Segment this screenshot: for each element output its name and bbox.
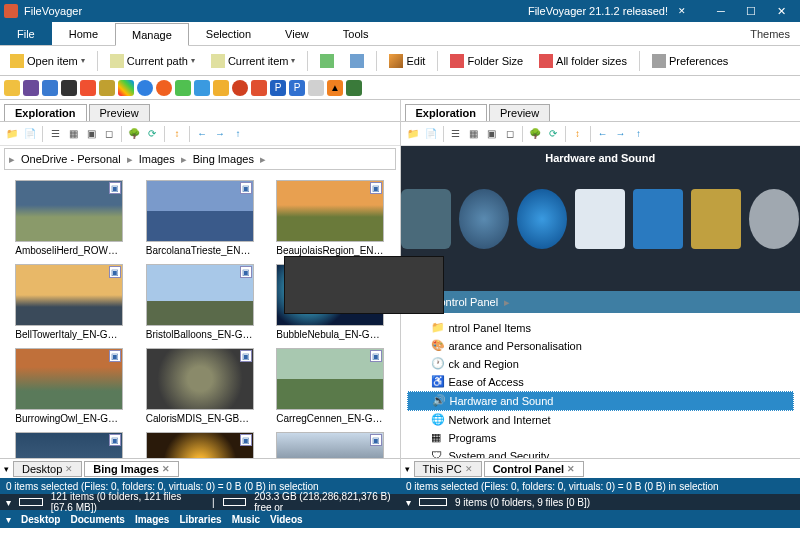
- close-icon[interactable]: ✕: [65, 464, 73, 474]
- menu-file[interactable]: File: [0, 22, 52, 45]
- bc-images[interactable]: Images: [137, 153, 177, 165]
- bc-onedrive[interactable]: OneDrive - Personal: [19, 153, 123, 165]
- edit-button[interactable]: Edit: [383, 51, 431, 71]
- pt-tree-icon[interactable]: 🌳: [126, 126, 142, 142]
- tree-item[interactable]: ♿Ease of Access: [407, 373, 795, 391]
- tree-item[interactable]: 🕐ck and Region: [407, 355, 795, 373]
- pt-thumbs-icon[interactable]: ▣: [83, 126, 99, 142]
- thumbnail-item[interactable]: ▣BellTowerItaly_EN-GB73…: [8, 264, 131, 340]
- left-btab-bing[interactable]: Bing Images✕: [84, 461, 178, 477]
- pt-back-icon[interactable]: ←: [595, 126, 611, 142]
- ql-chrome-icon[interactable]: [118, 80, 134, 96]
- pt-sort-icon[interactable]: ↕: [169, 126, 185, 142]
- ql-app4-icon[interactable]: [99, 80, 115, 96]
- qn-music[interactable]: Music: [232, 514, 260, 525]
- pt-details-icon[interactable]: ▦: [65, 126, 81, 142]
- ql-app7-icon[interactable]: [213, 80, 229, 96]
- close-icon[interactable]: ✕: [465, 464, 473, 474]
- pt-list-icon[interactable]: ☰: [448, 126, 464, 142]
- pt-newfolder-icon[interactable]: 📁: [405, 126, 421, 142]
- tree-item[interactable]: 📁ntrol Panel Items: [407, 319, 795, 337]
- pt-refresh-icon[interactable]: ⟳: [545, 126, 561, 142]
- tab-expand-icon[interactable]: ▾: [405, 464, 410, 474]
- tree-item[interactable]: 🎨arance and Personalisation: [407, 337, 795, 355]
- expand-icon[interactable]: ▾: [6, 497, 11, 508]
- ql-app11-icon[interactable]: [346, 80, 362, 96]
- current-item-button[interactable]: Current item ▾: [205, 51, 302, 71]
- pt-list-icon[interactable]: ☰: [47, 126, 63, 142]
- left-tab-exploration[interactable]: Exploration: [4, 104, 87, 121]
- thumbnail-item[interactable]: ▣: [8, 432, 131, 458]
- pt-thumbs-icon[interactable]: ▣: [484, 126, 500, 142]
- close-banner-icon[interactable]: ✕: [678, 6, 686, 16]
- pt-tree-icon[interactable]: 🌳: [527, 126, 543, 142]
- pt-newfile-icon[interactable]: 📄: [423, 126, 439, 142]
- ql-opera-icon[interactable]: [232, 80, 248, 96]
- tree-item[interactable]: 🔊Hardware and Sound: [407, 391, 795, 411]
- qn-images[interactable]: Images: [135, 514, 169, 525]
- pt-details-icon[interactable]: ▦: [466, 126, 482, 142]
- expand-icon[interactable]: ▾: [406, 497, 411, 508]
- menu-themes[interactable]: Themes: [740, 22, 800, 45]
- maximize-button[interactable]: ☐: [736, 0, 766, 22]
- ql-firefox-icon[interactable]: [156, 80, 172, 96]
- pt-fwd-icon[interactable]: →: [613, 126, 629, 142]
- tree-item[interactable]: 🌐Network and Internet: [407, 411, 795, 429]
- left-btab-desktop[interactable]: Desktop✕: [13, 461, 82, 477]
- all-sizes-button[interactable]: All folder sizes: [533, 51, 633, 71]
- open-item-button[interactable]: Open item ▾: [4, 51, 91, 71]
- pt-up-icon[interactable]: ↑: [631, 126, 647, 142]
- right-tab-preview[interactable]: Preview: [489, 104, 550, 121]
- menu-tools[interactable]: Tools: [326, 22, 386, 45]
- ql-app3-icon[interactable]: [80, 80, 96, 96]
- pt-back-icon[interactable]: ←: [194, 126, 210, 142]
- ql-app5-icon[interactable]: [175, 80, 191, 96]
- qn-expand-icon[interactable]: ▾: [6, 514, 11, 525]
- ql-brave-icon[interactable]: [251, 80, 267, 96]
- pt-fwd-icon[interactable]: →: [212, 126, 228, 142]
- ql-explorer-icon[interactable]: [4, 80, 20, 96]
- qn-documents[interactable]: Documents: [70, 514, 124, 525]
- menu-view[interactable]: View: [268, 22, 326, 45]
- pt-newfolder-icon[interactable]: 📁: [4, 126, 20, 142]
- ql-app6-icon[interactable]: [194, 80, 210, 96]
- ql-terminal-icon[interactable]: [61, 80, 77, 96]
- qn-videos[interactable]: Videos: [270, 514, 303, 525]
- close-button[interactable]: ✕: [766, 0, 796, 22]
- pt-sort-icon[interactable]: ↕: [570, 126, 586, 142]
- right-btab-cp[interactable]: Control Panel✕: [484, 461, 585, 477]
- left-tab-preview[interactable]: Preview: [89, 104, 150, 121]
- pt-largeicon-icon[interactable]: ◻: [502, 126, 518, 142]
- ql-edge-icon[interactable]: [137, 80, 153, 96]
- thumbnail-item[interactable]: ▣CalorisMDIS_EN-GB781…: [139, 348, 262, 424]
- tab-expand-icon[interactable]: ▾: [4, 464, 9, 474]
- menu-manage[interactable]: Manage: [115, 23, 189, 46]
- thumbnail-item[interactable]: ▣: [269, 432, 392, 458]
- preferences-button[interactable]: Preferences: [646, 51, 734, 71]
- thumbnail-item[interactable]: ▣AmboseliHerd_ROW65…: [8, 180, 131, 256]
- thumbnail-item[interactable]: ▣BarcolanaTrieste_EN-G…: [139, 180, 262, 256]
- bc-root-icon[interactable]: ▸: [9, 153, 15, 166]
- ql-app9-icon[interactable]: P: [289, 80, 305, 96]
- close-icon[interactable]: ✕: [162, 464, 170, 474]
- pt-refresh-icon[interactable]: ⟳: [144, 126, 160, 142]
- current-path-button[interactable]: Current path ▾: [104, 51, 201, 71]
- thumbnail-item[interactable]: ▣BeaujolaisRegion_EN-G…: [269, 180, 392, 256]
- thumbnail-item[interactable]: ▣: [139, 432, 262, 458]
- menu-selection[interactable]: Selection: [189, 22, 268, 45]
- menu-home[interactable]: Home: [52, 22, 115, 45]
- pt-largeicon-icon[interactable]: ◻: [101, 126, 117, 142]
- ql-app10-icon[interactable]: [308, 80, 324, 96]
- thumbnail-item[interactable]: ▣CarregCennen_EN-GB1…: [269, 348, 392, 424]
- qn-desktop[interactable]: Desktop: [21, 514, 60, 525]
- picture-button[interactable]: [314, 51, 340, 71]
- ql-vlc-icon[interactable]: ▲: [327, 80, 343, 96]
- pt-newfile-icon[interactable]: 📄: [22, 126, 38, 142]
- minimize-button[interactable]: ─: [706, 0, 736, 22]
- tree-item[interactable]: ▦Programs: [407, 429, 795, 447]
- ql-app8-icon[interactable]: P: [270, 80, 286, 96]
- pt-up-icon[interactable]: ↑: [230, 126, 246, 142]
- thumbnail-item[interactable]: ▣BurrowingOwl_EN-GB8…: [8, 348, 131, 424]
- qn-libraries[interactable]: Libraries: [179, 514, 221, 525]
- folder-size-button[interactable]: Folder Size: [444, 51, 529, 71]
